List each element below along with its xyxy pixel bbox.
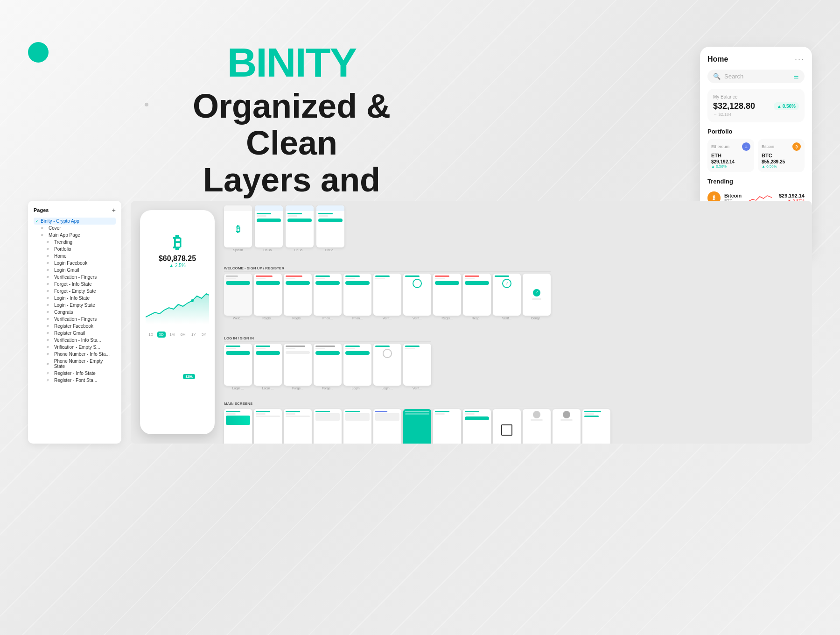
- mini-screen-phone: [314, 274, 342, 316]
- login2-screen: Login ...: [254, 344, 282, 390]
- layer-item-binity[interactable]: ✓ Binity - Crypto App: [34, 218, 116, 225]
- up-arrow-icon: ▲: [777, 104, 782, 109]
- layer-item-phone-info[interactable]: # Phone Number - Info Sta...: [34, 351, 116, 358]
- congrats-screen: ✓ Congr...: [523, 274, 551, 320]
- grid-icon: #: [47, 352, 52, 356]
- mini-screen-reg3: [433, 274, 461, 316]
- mini-screen-ob1: [255, 205, 283, 247]
- phone-chart-svg: [146, 287, 209, 324]
- portfolio-row: Ethereum Ξ ETH $29,192.14 ▲ 0.56% Bitcoi…: [707, 139, 805, 172]
- time-btn-5d[interactable]: 5D: [157, 332, 166, 338]
- mini-screen-scan: [493, 409, 521, 444]
- mini-screen-rego: [463, 274, 491, 316]
- layer-item-home[interactable]: # Home: [34, 253, 116, 260]
- time-btn-6m[interactable]: 6M: [179, 332, 188, 338]
- mini-screen-reg2: [284, 274, 312, 316]
- grid-icon: #: [47, 261, 52, 265]
- filter-icon[interactable]: ⚌: [793, 73, 799, 80]
- layer-item-verif-info[interactable]: # Verification - Info Sta...: [34, 337, 116, 344]
- login-section: LOG IN / SIGN IN Login ...: [224, 336, 431, 390]
- mini-screen-congrats: ✓: [523, 274, 551, 316]
- layer-item-forget-info[interactable]: # Forget - Info State: [34, 281, 116, 288]
- canvas-area: ₿ $60,878.25 ▲ 2.5%: [131, 201, 812, 444]
- main-screens-label: MAIN SCREENS: [224, 402, 610, 407]
- layer-item-login-gmail[interactable]: # Login Gmail: [34, 267, 116, 274]
- verif3-screen: ✓ Verif...: [493, 274, 521, 320]
- frame-icon: #: [41, 226, 47, 230]
- layer-item-login-fb[interactable]: # Login Facebook: [34, 260, 116, 267]
- mini-screen-splash: ₿: [224, 205, 252, 247]
- balance-label: My Balance: [713, 94, 799, 99]
- mini-screen-account: [523, 409, 551, 444]
- layer-item-main[interactable]: # Main App Page: [34, 232, 116, 239]
- welcome-section: WELCOME - SIGN UP / REGISTER Welc...: [224, 266, 551, 320]
- layer-item-reg-info[interactable]: # Register - Info State: [34, 370, 116, 377]
- layers-header: Pages +: [34, 206, 116, 214]
- eth-card: Ethereum Ξ ETH $29,192.14 ▲ 0.56%: [707, 139, 754, 172]
- mini-screen-eth: [373, 409, 401, 444]
- btc-name: Bitcoin: [762, 144, 774, 149]
- forget1-screen: Forge...: [284, 344, 312, 390]
- search-placeholder: Search: [724, 73, 790, 80]
- layer-item-cover[interactable]: # Cover: [34, 225, 116, 232]
- main-btc2: BTC -...: [343, 409, 371, 444]
- layer-item-login-info[interactable]: # Login - Info State: [34, 295, 116, 302]
- time-buttons: 1D 5D 1M 6M 1Y 5Y: [146, 332, 209, 338]
- onboard3-screen: OnBo...: [316, 205, 344, 252]
- portfolio-label: Portfolio: [707, 128, 805, 135]
- main-wallet: My W...: [403, 409, 431, 444]
- mini-screen-main-home: [224, 409, 252, 444]
- layer-item-phone-empty[interactable]: # Phone Number - Empty State: [34, 358, 116, 370]
- grid-icon: #: [47, 275, 52, 279]
- layer-item-congrats[interactable]: # Congrats: [34, 309, 116, 316]
- layer-item-reg-font[interactable]: # Register - Font Sta...: [34, 377, 116, 384]
- balance-section: My Balance $32,128.80 ▲ 0.56% → $2.184: [707, 89, 805, 122]
- main-home: Home: [224, 409, 252, 444]
- btc-symbol: BTC: [762, 153, 801, 158]
- time-btn-1y[interactable]: 1Y: [189, 332, 198, 338]
- mini-screen-forget1: [284, 344, 312, 386]
- brand-title: BINITY: [163, 42, 420, 83]
- layer-item-login-empty[interactable]: # Login - Empty State: [34, 302, 116, 309]
- eth-change: ▲ 0.56%: [711, 164, 750, 169]
- layer-item-verif-empty[interactable]: # Vrification - Empty S...: [34, 344, 116, 351]
- layer-item-verif2[interactable]: # Verification - Fingers: [34, 316, 116, 323]
- search-bar[interactable]: 🔍 Search ⚌: [707, 70, 805, 83]
- grid-icon: #: [47, 324, 52, 328]
- mini-screen-login4: [373, 344, 401, 386]
- mini-screen-phone2: [343, 274, 371, 316]
- layer-item-reg-fb[interactable]: # Register Facebook: [34, 323, 116, 330]
- phone-mockup: ₿ $60,878.25 ▲ 2.5%: [140, 210, 215, 434]
- eth-symbol: ETH: [711, 153, 750, 158]
- layer-item-trending[interactable]: # Trending: [34, 239, 116, 246]
- layer-item-reg-gmail[interactable]: # Register Gmail: [34, 330, 116, 337]
- time-btn-5y[interactable]: 5Y: [200, 332, 208, 338]
- btc-price: $55,289.25: [762, 159, 801, 164]
- layers-add-button[interactable]: +: [112, 206, 116, 214]
- check-icon: ✓: [35, 219, 39, 223]
- btc-trend-price: $29,192.14: [779, 193, 805, 198]
- time-btn-1d[interactable]: 1D: [147, 332, 155, 338]
- balance-badge: ▲ 0.56%: [774, 102, 799, 110]
- forget2-screen: Forge...: [314, 344, 342, 390]
- small-dot-decoration: [145, 103, 148, 106]
- trending-label: Trending: [707, 178, 805, 185]
- eth-name: Ethereum: [711, 144, 729, 149]
- grid-icon: #: [47, 378, 52, 382]
- phone-price: $60,878.25: [159, 254, 196, 263]
- more-options-icon[interactable]: ···: [795, 54, 805, 64]
- balance-sub: → $2.184: [713, 112, 799, 117]
- onboard2-label: OnBo...: [294, 248, 305, 252]
- rego-screen: Rego...: [463, 274, 491, 320]
- eth-price: $29,192.14: [711, 159, 750, 164]
- top-screens-row: ₿ Splash OnBo...: [224, 205, 344, 252]
- time-btn-1m[interactable]: 1M: [168, 332, 176, 338]
- mini-screen-ob2: [286, 205, 314, 247]
- mini-screen-verif3: ✓: [493, 274, 521, 316]
- mini-screen-reg: [254, 274, 282, 316]
- layer-item-portfolio[interactable]: # Portfolio: [34, 246, 116, 253]
- layer-item-verification[interactable]: # Verification - Fingers: [34, 274, 116, 281]
- teal-circle-decoration: [28, 42, 49, 63]
- verif2-screen: Verif...: [403, 274, 431, 320]
- layer-item-forget-empty[interactable]: # Forget - Empty Sate: [34, 288, 116, 295]
